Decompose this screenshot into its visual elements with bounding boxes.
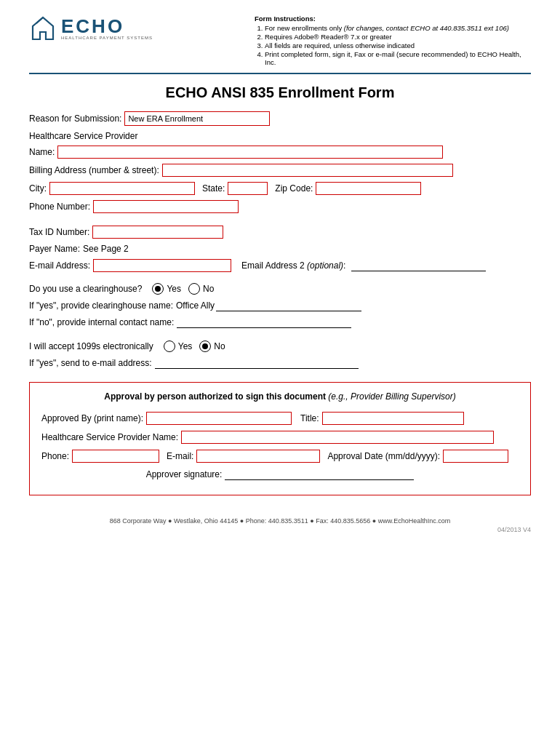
svg-line-1 [36,17,43,23]
signature-row: Approver signature: [41,469,519,480]
approval-phone-label: Phone: [41,451,69,461]
provider-name-label: Healthcare Service Provider Name: [41,432,178,442]
approved-by-label: Approved By (print name): [41,413,143,423]
footer-version: 04/2013 V4 [29,526,531,533]
phone-email-date-row: Phone: E-mail: Approval Date (mm/dd/yyyy… [41,450,519,463]
provider-name-input[interactable] [181,431,494,444]
signature-underline [225,469,414,480]
reason-input[interactable] [124,111,270,126]
clearinghouse-yes-item[interactable]: Yes [152,283,181,295]
logo-area: ECHO HEALTHCARE PAYMENT SYSTEMS [29,15,153,42]
approved-by-row: Approved By (print name): Title: [41,412,519,425]
accept1099-row: I will accept 1099s electronically Yes N… [29,340,531,352]
approval-date-label: Approval Date (mm/dd/yyyy): [327,451,440,461]
internal-contact-label: If "no", provide internal contact name: [29,317,174,327]
signature-label: Approver signature: [146,469,223,479]
name-input[interactable] [57,146,443,159]
email-label: E-mail Address: [29,260,90,271]
email2-underline [351,260,486,271]
header: ECHO HEALTHCARE PAYMENT SYSTEMS Form Ins… [29,15,531,67]
form-title: ECHO ANSI 835 Enrollment Form [29,84,531,101]
title-input[interactable] [322,412,464,425]
svg-marker-0 [33,17,53,39]
clearinghouse-no-radio[interactable] [188,283,200,295]
clearinghouse-q: Do you use a clearinghouse? [29,284,142,294]
billing-input[interactable] [162,164,453,177]
instructions-title: Form Instructions: [255,15,531,23]
footer-address: 868 Corporate Way ● Westlake, Ohio 44145… [110,517,451,525]
clearinghouse-radio-group: Yes No [152,283,214,295]
approval-title: Approval by person authorized to sign th… [41,391,519,402]
tax-label: Tax ID Number: [29,227,89,237]
approval-date-input[interactable] [443,450,508,463]
billing-row: Billing Address (number & street): [29,164,531,177]
billing-label: Billing Address (number & street): [29,165,159,175]
name-row: Name: [29,146,531,159]
instruction-4: Print completed form, sign it, Fax or e-… [265,50,531,66]
clearinghouse-name-row: If "yes", provide clearinghouse name: Of… [29,300,531,311]
email1099-label: If "yes", send to e-mail address: [29,358,152,368]
reason-row: Reason for Submission: [29,111,531,126]
clearinghouse-name-value: Office Ally [176,300,215,311]
clearinghouse-name-label: If "yes", provide clearinghouse name: [29,300,173,311]
reason-label: Reason for Submission: [29,113,121,124]
approval-email-input[interactable] [196,450,320,463]
section-title: Healthcare Service Provider [29,131,531,141]
tax-input[interactable] [92,226,223,239]
instruction-3: All fields are required, unless otherwis… [265,41,531,49]
accept1099-yes-label: Yes [178,341,193,351]
form-instructions: Form Instructions: For new enrollments o… [255,15,531,67]
accept1099-no-radio[interactable] [199,340,211,352]
city-input[interactable] [49,182,195,195]
accept1099-yes-item[interactable]: Yes [164,340,193,352]
city-label: City: [29,183,47,194]
approval-title-bold: Approval by person authorized to sign th… [104,391,326,402]
accept1099-yes-radio[interactable] [164,340,175,352]
city-state-zip-row: City: State: Zip Code: [29,182,531,195]
email-input[interactable] [93,259,231,272]
approval-email-label: E-mail: [167,451,193,461]
zip-input[interactable] [316,182,421,195]
email-row: E-mail Address: Email Address 2 (optiona… [29,259,531,272]
accept1099-radio-group: Yes No [164,340,225,352]
payer-label: Payer Name: [29,244,80,254]
accept1099-no-item[interactable]: No [199,340,225,352]
name-label: Name: [29,147,55,157]
phone-input[interactable] [93,200,239,213]
instruction-2: Requires Adobe® Reader® 7.x or greater [265,33,531,41]
logo-house-icon [29,15,57,42]
clearinghouse-no-label: No [203,284,214,294]
clearinghouse-yes-label: Yes [167,284,181,294]
email1099-underline [155,357,359,369]
payer-value: See Page 2 [83,244,129,254]
state-label: State: [202,183,225,194]
instructions-list: For new enrollments only (for changes, c… [255,24,531,66]
logo-subtitle: HEALTHCARE PAYMENT SYSTEMS [61,36,153,40]
email1099-row: If "yes", send to e-mail address: [29,357,531,369]
clearinghouse-name-underline [216,300,361,311]
approval-title-italic: (e.g., Provider Billing Supervisor) [328,391,455,402]
zip-label: Zip Code: [275,183,313,194]
title-field-label: Title: [300,413,319,423]
clearinghouse-row: Do you use a clearinghouse? Yes No [29,283,531,295]
approval-phone-input[interactable] [72,450,159,463]
accept1099-no-label: No [214,341,225,351]
instruction-1: For new enrollments only (for changes, c… [265,24,531,32]
approved-by-input[interactable] [146,412,292,425]
logo-text-block: ECHO HEALTHCARE PAYMENT SYSTEMS [61,17,153,40]
internal-contact-underline [177,316,351,328]
email2-label: Email Address 2 (optional): [241,260,345,271]
state-input[interactable] [228,182,268,195]
provider-name-row: Healthcare Service Provider Name: [41,431,519,444]
accept1099-q: I will accept 1099s electronically [29,341,153,351]
tax-row: Tax ID Number: [29,226,531,239]
payer-row: Payer Name: See Page 2 [29,244,531,254]
internal-contact-row: If "no", provide internal contact name: [29,316,531,328]
approval-box: Approval by person authorized to sign th… [29,382,531,495]
phone-label: Phone Number: [29,202,90,212]
page: ECHO HEALTHCARE PAYMENT SYSTEMS Form Ins… [0,0,560,745]
header-divider [29,73,531,74]
clearinghouse-yes-radio[interactable] [152,283,164,295]
clearinghouse-no-item[interactable]: No [188,283,214,295]
phone-row: Phone Number: [29,200,531,213]
